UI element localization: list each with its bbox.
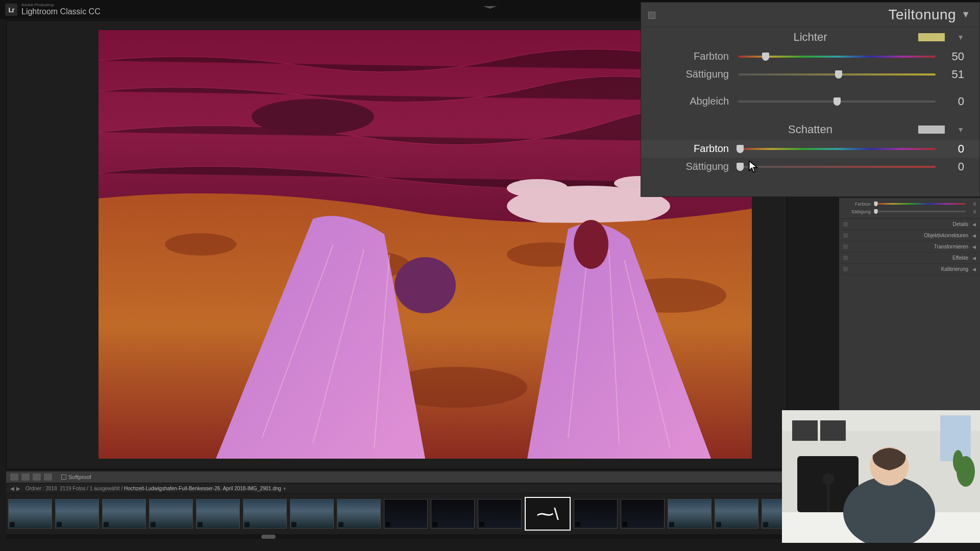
view-mode-bar: Softproof [6,471,823,483]
thumb-badge-icon [104,522,109,527]
highlights-hue-slider[interactable] [738,51,936,62]
loupe-view-icon[interactable] [10,473,18,481]
thumb-badge-icon [244,522,250,527]
compare-view-icon[interactable] [21,473,30,481]
shadows-sat-value[interactable]: 0 [936,160,964,173]
thumb-badge-icon [151,522,156,527]
filmstrip-thumbnail[interactable] [243,499,287,529]
thumb-badge-icon [338,522,344,527]
filmstrip-breadcrumb: ◀ ▶ Ordner : 2018 2119 Fotos / 1 ausgewä… [6,484,823,493]
svg-point-25 [822,473,835,485]
panel-header-kalibrierung[interactable]: Kalibrierung◀ [839,264,980,275]
filmstrip-thumbnail[interactable] [196,499,240,529]
panel-label: Kalibrierung [941,266,968,272]
balance-value[interactable]: 0 [936,95,964,108]
mini-hue-slider[interactable] [874,203,966,205]
nav-back-icon[interactable]: ◀ [10,486,14,491]
filmstrip-thumbnail[interactable] [668,499,712,529]
panel-drag-handle-icon[interactable] [483,2,497,4]
highlights-sat-value[interactable]: 51 [936,68,964,81]
crumb-year[interactable]: 2018 [45,486,57,491]
chevron-left-icon: ◀ [972,244,976,249]
panel-label: Transformieren [934,244,968,249]
nav-fwd-icon[interactable]: ▶ [16,486,20,491]
panel-header-objektivkorrekturen[interactable]: Objektivkorrekturen◀ [839,230,980,241]
svg-point-11 [395,257,456,313]
app-subtitle: Adobe Photoshop [21,3,101,7]
panel-collapse-icon[interactable]: ▼ [961,9,970,20]
filmstrip-thumbnail[interactable] [8,499,52,529]
svg-point-23 [953,450,963,472]
highlights-dropdown-icon[interactable]: ▼ [957,33,964,41]
filmstrip-thumbnail[interactable] [102,499,146,529]
softproof-label: Softproof [68,474,91,480]
thumb-badge-icon [716,522,721,527]
grid-view-icon[interactable] [44,473,52,481]
svg-rect-17 [820,420,846,441]
crumb-count: 2119 Fotos [60,486,85,491]
thumb-badge-icon [432,522,437,527]
filmstrip-thumbnail[interactable]: ⁓\ [525,497,571,531]
panel-header-details[interactable]: Details◀ [839,219,980,230]
panel-header-transformieren[interactable]: Transformieren◀ [839,241,980,253]
mini-sat-slider[interactable] [874,211,966,212]
thumb-badge-icon [575,522,580,527]
filmstrip-thumbnail[interactable] [621,499,665,529]
shadows-hue-label: Farbton [641,143,738,155]
shadows-color-swatch[interactable] [918,126,945,134]
balance-slider[interactable] [738,96,936,107]
survey-view-icon[interactable] [33,473,41,481]
panel-label: Details [952,221,968,227]
crumb-filename: Hochzeit-Ludwigshafen-Full-Benkesser-26.… [124,486,281,491]
filmstrip-thumbnail[interactable] [384,499,428,529]
webcam-overlay [782,410,980,543]
filmstrip-thumbnail[interactable] [574,499,618,529]
chevron-left-icon: ◀ [972,256,976,261]
mini-sat-label: Sättigung [843,209,874,214]
filmstrip-thumbnail[interactable] [337,499,381,529]
filmstrip-thumbnail[interactable] [149,499,193,529]
crumb-folder[interactable]: Ordner : [26,486,44,491]
panel-toggle-icon[interactable] [843,233,848,238]
shadows-hue-slider[interactable] [738,143,936,155]
highlights-sat-slider[interactable] [738,69,936,80]
panel-header-effekte[interactable]: Effekte◀ [839,253,980,264]
svg-point-12 [574,220,608,269]
filmstrip-thumbnail[interactable] [431,499,475,529]
balance-label: Abgleich [641,95,738,107]
filmstrip-thumbnail[interactable] [55,499,99,529]
thumb-badge-icon [198,522,203,527]
panel-toggle-icon[interactable] [843,256,848,260]
highlights-color-swatch[interactable] [918,33,945,41]
thumb-badge-icon [385,522,390,527]
panel-toggle-icon[interactable] [843,267,848,271]
svg-marker-0 [483,6,497,9]
shadows-hue-value[interactable]: 0 [936,142,964,156]
svg-rect-16 [792,420,818,441]
panel-label: Effekte [952,255,968,261]
svg-rect-24 [827,482,830,512]
shadows-sat-slider[interactable] [738,161,936,172]
mini-hue-value[interactable]: 0 [966,202,976,207]
thumb-badge-icon [763,522,768,527]
split-toning-mini-panel: Farbton 0 Sättigung 0 [839,198,980,219]
split-toning-panel: Teiltonung ▼ Lichter ▼ Farbton 50 Sättig… [641,2,980,197]
shadows-dropdown-icon[interactable]: ▼ [957,126,964,134]
highlights-hue-value[interactable]: 50 [936,50,964,63]
chevron-left-icon: ◀ [972,233,976,238]
filmstrip-thumbnail[interactable] [478,499,522,529]
thumb-badge-icon [622,522,627,527]
missing-preview-icon: ⁓\ [536,504,558,524]
panel-toggle-icon[interactable] [843,244,848,249]
highlights-section-label: Lichter [793,31,827,44]
filmstrip-thumbnail[interactable] [715,499,758,529]
mini-hue-label: Farbton [843,202,874,207]
chevron-left-icon: ◀ [972,222,976,227]
crumb-selected: 1 ausgewählt [90,486,120,491]
panel-toggle-switch[interactable] [648,12,655,19]
app-name: Lightroom Classic CC [21,7,101,16]
softproof-checkbox[interactable] [61,474,66,480]
panel-toggle-icon[interactable] [843,222,848,227]
mini-sat-value[interactable]: 0 [966,209,976,214]
filmstrip-thumbnail[interactable] [290,499,334,529]
